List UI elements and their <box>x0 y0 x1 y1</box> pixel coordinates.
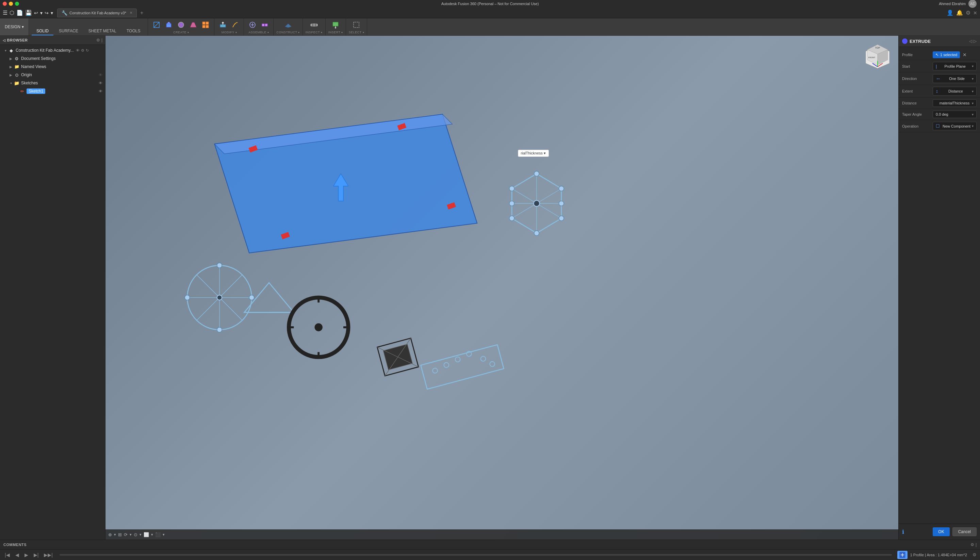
timeline-settings-icon[interactable]: ⚙ <box>973 552 977 557</box>
refresh-icon-root[interactable]: ↻ <box>86 48 89 53</box>
display-dropdown-button[interactable]: ▾ <box>151 532 153 537</box>
tree-icon-root: ◆ <box>8 47 14 53</box>
undo-dropdown-icon[interactable]: ▾ <box>40 10 43 16</box>
tab-surface[interactable]: SURFACE <box>54 27 83 35</box>
new-doc-icon[interactable]: 📄 <box>16 10 23 16</box>
close-main-icon[interactable]: ✕ <box>973 10 977 16</box>
eye-icon-root[interactable]: 👁 <box>76 48 80 52</box>
distance-dropdown[interactable]: materialThickness ▾ <box>933 99 977 107</box>
tree-arrow-root[interactable]: ▾ <box>3 48 8 52</box>
select-button[interactable] <box>350 20 362 30</box>
taper-angle-dropdown[interactable]: 0.0 deg ▾ <box>933 110 977 118</box>
loft-button[interactable] <box>187 20 199 30</box>
display-mode-button[interactable]: ⬜ <box>143 532 149 537</box>
tree-arrow-sketches[interactable]: ▾ <box>8 81 13 85</box>
start-dropdown[interactable]: | Profile Plane ▾ <box>933 62 977 70</box>
distance-value: materialThickness <box>940 101 970 105</box>
profile-selected-text: 1 selected <box>940 53 957 57</box>
settings-icon-root[interactable]: ⚙ <box>81 48 84 53</box>
eye-icon-origin[interactable]: 👁 <box>99 73 102 77</box>
tree-arrow-doc-settings[interactable]: ▶ <box>8 57 13 60</box>
eye-icon-sketch1[interactable]: 👁 <box>99 89 102 93</box>
close-button[interactable] <box>3 2 7 6</box>
tree-arrow-origin[interactable]: ▶ <box>8 73 13 77</box>
orbit-dropdown-button[interactable]: ▾ <box>130 532 132 537</box>
tab-solid[interactable]: SOLID <box>32 27 53 35</box>
zoom-dropdown-button[interactable]: ▾ <box>140 532 142 537</box>
ok-button[interactable]: OK <box>933 527 949 536</box>
extrude-expand-icon[interactable]: ▷ <box>973 39 977 43</box>
construct-label: CONSTRUCT ▾ <box>276 31 300 34</box>
orbit-button[interactable]: ⟳ <box>124 532 128 537</box>
active-tab[interactable]: 🔧 Construction Kit Fab Academy v3* ✕ <box>57 8 137 17</box>
design-button[interactable]: DESIGN ▾ <box>0 18 29 35</box>
redo-dropdown-icon[interactable]: ▾ <box>51 10 53 16</box>
maximize-button[interactable] <box>15 2 19 6</box>
fillet-button[interactable] <box>229 20 241 30</box>
browser-pin-icon[interactable]: | <box>102 38 102 43</box>
timeline-start-button[interactable]: |◀ <box>3 552 11 558</box>
svg-marker-12 <box>222 22 224 23</box>
wireframe-button[interactable]: ⬛ <box>155 532 161 537</box>
profile-clear-button[interactable]: ✕ <box>963 52 967 57</box>
material-tooltip: rialThickness ▾ <box>518 150 549 157</box>
navcube[interactable]: TOP FRONT <box>862 41 893 72</box>
minimize-button[interactable] <box>9 2 13 6</box>
origin-dropdown-button[interactable]: ▾ <box>114 532 116 537</box>
timeline-back-button[interactable]: ◀ <box>14 552 20 558</box>
settings-icon[interactable]: ⚙ <box>966 10 970 16</box>
user-avatar[interactable]: AE <box>968 0 977 8</box>
construct-plane-button[interactable] <box>282 20 294 30</box>
timeline-marker[interactable] <box>897 551 908 559</box>
revolve-button[interactable] <box>175 20 187 30</box>
info-button[interactable]: ℹ <box>902 529 904 535</box>
save-icon[interactable]: 💾 <box>25 10 32 16</box>
timeline-end-button[interactable]: ▶▶| <box>43 552 54 558</box>
tab-sheet-metal[interactable]: SHEET METAL <box>84 27 121 35</box>
tree-arrow-named-views[interactable]: ▶ <box>8 65 13 69</box>
add-tab-button[interactable]: + <box>138 9 145 17</box>
tree-item-origin[interactable]: ▶ ⊙ Origin 👁 <box>0 71 105 79</box>
undo-icon[interactable]: ↩ <box>34 10 38 16</box>
redo-icon[interactable]: ↪ <box>45 10 49 16</box>
svg-point-54 <box>185 295 190 300</box>
timeline-forward-button[interactable]: ▶| <box>32 552 40 558</box>
insert-button[interactable] <box>330 20 341 30</box>
svg-point-41 <box>534 171 539 176</box>
direction-dropdown[interactable]: ↔ One Side ▾ <box>933 74 977 83</box>
extent-dropdown[interactable]: ↕ Distance ▾ <box>933 87 977 96</box>
extrude-collapse-icon[interactable]: ◁ <box>969 39 972 43</box>
extrude-button[interactable] <box>163 20 175 30</box>
tree-item-root[interactable]: ▾ ◆ Construction Kit Fab Academy... 👁 ⚙ … <box>0 46 105 55</box>
operation-dropdown[interactable]: ☐ New Component ▾ <box>933 122 977 130</box>
origin-display-button[interactable]: ⊕ <box>108 532 112 537</box>
browser-collapse-icon[interactable]: ◁ <box>3 38 6 42</box>
tab-close-icon[interactable]: ✕ <box>130 11 132 15</box>
account-icon[interactable]: 👤 <box>947 10 953 16</box>
timeline-play-button[interactable]: ▶ <box>23 552 30 558</box>
navcube-svg[interactable]: TOP FRONT <box>862 41 893 72</box>
create-sketch-button[interactable] <box>151 20 162 30</box>
tree-item-named-views[interactable]: ▶ 📁 Named Views <box>0 63 105 71</box>
assemble-joint-button[interactable] <box>259 20 270 30</box>
viewport[interactable]: rialThickness ▾ TOP FRONT <box>105 36 898 540</box>
modify-press-pull-button[interactable] <box>217 20 229 30</box>
pattern-button[interactable] <box>200 20 211 30</box>
notification-icon[interactable]: 🔔 <box>956 10 963 16</box>
tree-item-doc-settings[interactable]: ▶ ⚙ Document Settings <box>0 55 105 63</box>
eye-icon-sketches[interactable]: 👁 <box>99 81 102 85</box>
cancel-button[interactable]: Cancel <box>952 527 977 536</box>
tab-tools[interactable]: TOOLS <box>122 27 145 35</box>
app-menu-icon[interactable]: ☰ <box>3 10 7 16</box>
comments-pin-icon[interactable]: | <box>975 542 977 547</box>
comments-settings-icon[interactable]: ⚙ <box>970 542 974 547</box>
zoom-fit-button[interactable]: ⊙ <box>134 532 137 537</box>
wireframe-dropdown-button[interactable]: ▾ <box>163 532 165 537</box>
assemble-new-button[interactable] <box>247 20 258 30</box>
browser-settings-icon[interactable]: ⚙ <box>96 38 100 43</box>
profile-selected-badge[interactable]: ↖ 1 selected <box>933 52 960 58</box>
snap-button[interactable]: ⊞ <box>118 532 122 537</box>
measure-button[interactable] <box>308 20 320 30</box>
tree-item-sketch1[interactable]: ✏ Sketch1 👁 <box>0 87 105 95</box>
tree-item-sketches[interactable]: ▾ 📁 Sketches 👁 <box>0 79 105 87</box>
